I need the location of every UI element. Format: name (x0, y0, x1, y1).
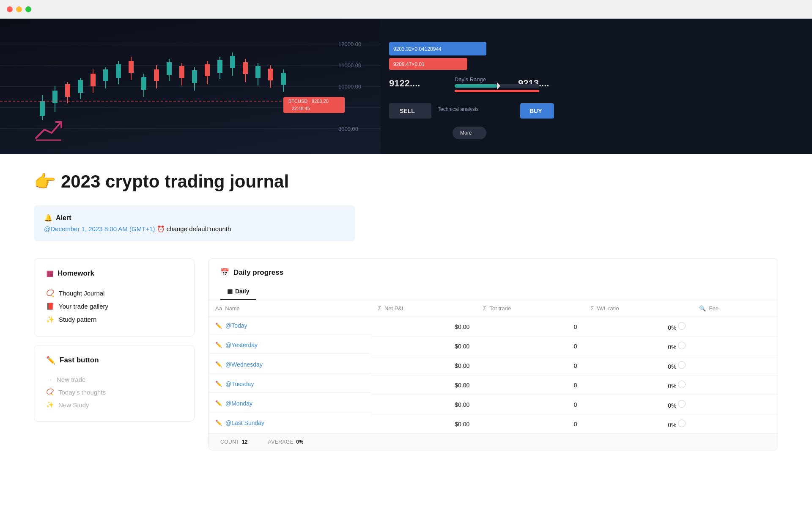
nav-trade-gallery[interactable]: 📕 Your trade gallery (46, 300, 182, 313)
todays-thoughts-label: Today's thoughts (58, 389, 106, 396)
cell-fee-0 (692, 317, 778, 337)
svg-rect-25 (129, 61, 134, 73)
row-name-4: @Monday (225, 400, 252, 407)
col-wl-label: W/L ratio (597, 305, 619, 312)
alert-body: @December 1, 2023 8:00 AM (GMT+1) ⏰ chan… (44, 225, 345, 233)
svg-rect-33 (179, 66, 184, 78)
col-name: Aa Name (208, 300, 371, 317)
col-wl-ratio: Σ W/L ratio (584, 300, 693, 317)
col-name-prefix: Aa (215, 305, 222, 312)
col-net-pl-label: Net P&L (384, 305, 405, 312)
cell-name-2[interactable]: ✏️ @Wednesday (208, 356, 371, 373)
minimize-button[interactable] (16, 6, 22, 12)
col-tot-label: Tot trade (490, 305, 511, 312)
svg-rect-47 (268, 69, 273, 80)
table-row[interactable]: ✏️ @Wednesday $0.00 0 0% (208, 356, 778, 375)
footer-count: COUNT 12 (220, 439, 248, 445)
cell-tot-trade-0: 0 (476, 317, 584, 337)
fast-button-edit-icon: ✏️ (46, 356, 55, 365)
alert-box: 🔔 Alert @December 1, 2023 8:00 AM (GMT+1… (34, 205, 355, 241)
cell-net-pl-5: $0.00 (371, 414, 477, 434)
chart-growth-icon (34, 117, 63, 142)
count-label: COUNT (220, 439, 239, 445)
svg-rect-39 (217, 60, 222, 73)
nav-thought-journal[interactable]: 📿 Thought Journal (46, 287, 182, 300)
cell-name-4[interactable]: ✏️ @Monday (208, 395, 371, 412)
title-emoji: 👉 (34, 171, 56, 192)
cell-fee-3 (692, 375, 778, 395)
fast-button-title: ✏️ Fast button (46, 356, 182, 365)
titlebar (0, 0, 812, 19)
svg-text:9203.32×0.04128944: 9203.32×0.04128944 (393, 46, 442, 52)
fast-button-label: Fast button (60, 356, 99, 364)
daily-progress-panel: 📅 Daily progress ▦ Daily Aa Name (208, 258, 778, 450)
cell-fee-2 (692, 356, 778, 375)
daily-table: Aa Name Σ Net P&L Σ Tot trade Σ (208, 300, 778, 433)
nav-new-study[interactable]: ✨ New Study (46, 398, 182, 411)
cell-name-0[interactable]: ✏️ @Today (208, 317, 371, 334)
table-footer: COUNT 12 AVERAGE 0% (208, 433, 778, 450)
svg-rect-45 (255, 66, 261, 78)
cell-name-5[interactable]: ✏️ @Last Sunday (208, 414, 371, 431)
study-pattern-icon: ✨ (46, 315, 55, 323)
cell-name-1[interactable]: ✏️ @Yesterday (208, 337, 371, 354)
row-name-5: @Last Sunday (225, 420, 264, 426)
row-name-3: @Tuesday (225, 381, 254, 387)
svg-text:9122....: 9122.... (389, 78, 420, 88)
tab-daily-icon: ▦ (227, 288, 233, 295)
table-row[interactable]: ✏️ @Yesterday $0.00 0 0% (208, 337, 778, 356)
title-text: 2023 crypto trading journal (61, 171, 289, 192)
table-row[interactable]: ✏️ @Monday $0.00 0 0% (208, 395, 778, 414)
col-wl-prefix: Σ (591, 305, 594, 312)
svg-rect-31 (167, 62, 172, 75)
svg-rect-54 (381, 19, 812, 154)
cell-net-pl-1: $0.00 (371, 337, 477, 356)
average-label: AVERAGE (268, 439, 294, 445)
row-name-0: @Today (225, 322, 247, 329)
wl-circle-4 (678, 400, 686, 408)
new-trade-label: New trade (57, 376, 85, 383)
fullscreen-button[interactable] (25, 6, 31, 12)
wl-circle-5 (678, 420, 686, 427)
table-row[interactable]: ✏️ @Tuesday $0.00 0 0% (208, 375, 778, 395)
cell-name-3[interactable]: ✏️ @Tuesday (208, 375, 371, 393)
study-pattern-label: Study pattern (59, 316, 96, 323)
tab-daily[interactable]: ▦ Daily (220, 284, 256, 300)
cell-wl-ratio-3: 0% (584, 375, 693, 395)
nav-todays-thoughts[interactable]: 📿 Today's thoughts (46, 386, 182, 398)
nav-study-pattern[interactable]: ✨ Study pattern (46, 313, 182, 326)
cell-wl-ratio-1: 0% (584, 337, 693, 356)
new-trade-arrow-icon: → (46, 376, 52, 383)
svg-text:22:48:45: 22:48:45 (292, 106, 310, 111)
wl-circle-0 (678, 322, 686, 330)
row-edit-icon-5: ✏️ (215, 420, 222, 426)
svg-rect-43 (243, 62, 248, 74)
table-head: Aa Name Σ Net P&L Σ Tot trade Σ (208, 300, 778, 317)
svg-rect-11 (40, 101, 45, 116)
thought-journal-icon: 📿 (46, 289, 55, 297)
cell-fee-5 (692, 414, 778, 434)
svg-rect-15 (65, 84, 70, 97)
cell-fee-4 (692, 395, 778, 414)
svg-text:SELL: SELL (400, 108, 415, 114)
row-name-2: @Wednesday (225, 361, 263, 368)
nav-new-trade[interactable]: → New trade (46, 373, 182, 386)
cell-wl-ratio-5: 0% (584, 414, 693, 434)
table-row[interactable]: ✏️ @Last Sunday $0.00 0 0% (208, 414, 778, 434)
alert-date[interactable]: @December 1, 2023 8:00 AM (GMT+1) (44, 225, 155, 232)
row-edit-icon-0: ✏️ (215, 323, 222, 329)
bell-icon: 🔔 (44, 214, 52, 222)
cell-net-pl-0: $0.00 (371, 317, 477, 337)
svg-rect-35 (192, 70, 197, 83)
col-net-pl-prefix: Σ (378, 305, 381, 312)
cell-tot-trade-3: 0 (476, 375, 584, 395)
fast-button-card: ✏️ Fast button → New trade 📿 Today's tho… (34, 345, 195, 422)
svg-text:9209.47×0.01: 9209.47×0.01 (393, 61, 425, 67)
col-fee-label: Fee (709, 305, 719, 312)
table-row[interactable]: ✏️ @Today $0.00 0 0% (208, 317, 778, 337)
svg-rect-29 (154, 69, 159, 81)
cell-tot-trade-5: 0 (476, 414, 584, 434)
close-button[interactable] (7, 6, 13, 12)
hero-banner: 12000.00 11000.00 10000.00 8000.00 (0, 19, 812, 154)
alert-header: 🔔 Alert (44, 214, 345, 222)
